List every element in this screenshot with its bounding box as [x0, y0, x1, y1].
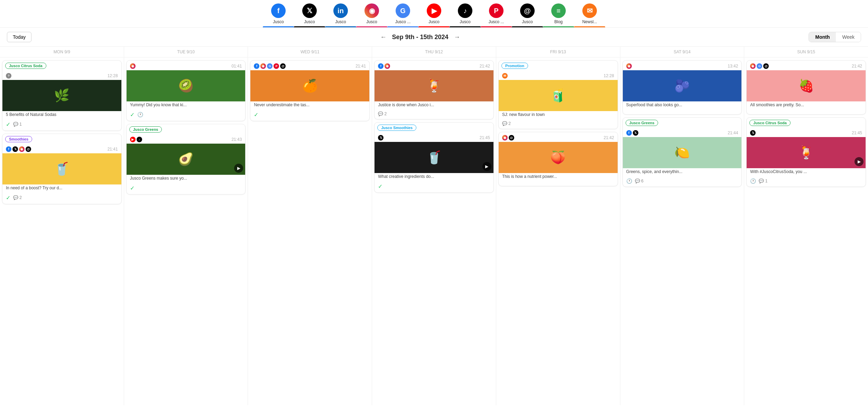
card-image: 🍊: [250, 70, 369, 101]
channel-underline-linkedin: [325, 26, 356, 27]
calendar-card[interactable]: ◉G@ 21:42 🍓 All smoothies are pretty. So…: [746, 60, 866, 115]
card-time: 21:42: [604, 135, 614, 140]
channel-label-google: Jusco ...: [395, 19, 411, 24]
fb-icon: f: [626, 130, 632, 136]
day-content-sun: ◉G@ 21:42 🍓 All smoothies are pretty. So…: [744, 57, 868, 190]
th-icon: @: [509, 135, 514, 141]
card-channels: f◉GP@: [254, 63, 286, 69]
calendar-card[interactable]: ◉ 01:41 🥝 Yummy! Did you know that ki...…: [126, 60, 246, 121]
calendar-card[interactable]: f◉GP@ 21:41 🍊 Never underestimate the ta…: [250, 60, 370, 121]
channel-pinterest[interactable]: P Jusco ...: [481, 3, 512, 27]
calendar-card[interactable]: Smoothies f𝕏◉@ 21:41 🥤 In need of a boos…: [2, 134, 122, 204]
calendar-card[interactable]: ◉@ 21:42 🍑 This is how a nutrient power.…: [498, 132, 618, 186]
channel-underline-twitter: [294, 26, 325, 27]
channel-facebook[interactable]: f Jusco: [263, 3, 294, 27]
pi-icon: P: [274, 63, 279, 69]
month-view-button[interactable]: Month: [809, 32, 836, 42]
card-image: 🥤: [375, 142, 493, 173]
check-icon: ✓: [130, 185, 135, 191]
day-content-wed: f◉GP@ 21:41 🍊 Never underestimate the ta…: [248, 57, 372, 124]
channel-label-linkedin: Jusco: [335, 19, 346, 24]
tw-icon: 𝕏: [750, 130, 756, 136]
fb-icon: f: [378, 63, 384, 69]
calendar-card[interactable]: Jusco Greens f𝕏 21:44 🍋 Greens, spice, a…: [622, 117, 742, 187]
calendar-card[interactable]: Jusco Smoothies 𝕏 21:45 🥤 ▶ What creativ…: [374, 122, 494, 193]
channel-blog[interactable]: ≡ Blog: [543, 3, 574, 27]
channel-underline-google: [387, 26, 418, 27]
card-footer: 🕐💬 1: [747, 177, 866, 187]
day-col-mon: MON 9/9 Jusco Citrus Soda ? 12:28 🌿 5 Be…: [0, 47, 124, 405]
th-icon: @: [26, 146, 31, 152]
card-image: 🧃: [499, 80, 618, 111]
channel-google[interactable]: G Jusco ...: [387, 3, 418, 27]
card-time: 21:44: [728, 130, 738, 135]
card-time: 13:42: [728, 64, 738, 69]
channel-linkedin[interactable]: in Jusco: [325, 3, 356, 27]
tw-icon: 𝕏: [378, 135, 384, 141]
card-channels: 𝕏: [378, 135, 384, 141]
day-col-tue: TUE 9/10 ◉ 01:41 🥝 Yummy! Did you know t…: [124, 47, 248, 405]
card-tag: Jusco Citrus Soda: [5, 63, 46, 69]
card-title: 5 Benefits of Natural Sodas: [2, 111, 121, 120]
check-icon: ✓: [6, 195, 10, 201]
card-title: Jusco Greens makes sure yo...: [127, 175, 246, 183]
channel-label-twitter: Jusco: [304, 19, 315, 24]
card-channels: ◉G@: [750, 63, 769, 69]
calendar-card[interactable]: Jusco Greens ▶♪ 21:43 🥑 ▶ Jusco Greens m…: [126, 124, 246, 195]
calendar-card[interactable]: Promotion ✉ 12:28 🧃 SJ: new flavour in t…: [498, 60, 618, 129]
card-footer: ✓: [127, 183, 246, 194]
channel-icon-blog: ≡: [551, 3, 566, 18]
card-header: ▶♪ 21:43: [127, 134, 246, 144]
channel-newsletter[interactable]: ✉ Newsl...: [574, 3, 605, 27]
card-image: 🥝: [127, 70, 246, 101]
card-title: With #JuscoCitrusSoda, you ...: [747, 168, 866, 177]
card-image: 🥤: [2, 153, 121, 184]
today-button[interactable]: Today: [7, 32, 31, 42]
channel-youtube[interactable]: ▶ Jusco: [418, 3, 450, 27]
channel-label-threads: Jusco: [522, 19, 533, 24]
calendar-card[interactable]: Jusco Citrus Soda 𝕏 21:45 🍹 ▶ With #Jusc…: [746, 117, 866, 187]
channel-icon-newsletter: ✉: [582, 3, 597, 18]
calendar-card[interactable]: ◉ 13:42 🫐 Superfood that also looks go..…: [622, 60, 742, 115]
channel-label-tiktok: Jusco: [460, 19, 470, 24]
comment-icon: 💬 1: [759, 179, 767, 183]
card-channels: ◉: [626, 63, 632, 69]
clock-icon: 🕐: [626, 178, 632, 184]
card-tag: Jusco Greens: [626, 120, 658, 126]
channel-label-newsletter: Newsl...: [582, 19, 597, 24]
card-header: 𝕏 21:45: [375, 132, 493, 142]
channel-icon-linkedin: in: [333, 3, 348, 18]
blog-icon: ?: [6, 73, 11, 79]
card-time: 21:43: [231, 137, 242, 142]
card-image-wrap: 🥤 ▶: [375, 142, 493, 173]
channel-icon-facebook: f: [271, 3, 286, 18]
card-channels: ◉@: [502, 135, 514, 141]
ig-icon: ◉: [130, 63, 136, 69]
card-channels: ✉: [502, 73, 508, 79]
day-header-sun: SUN 9/15: [744, 47, 868, 57]
card-header: f◉ 21:42: [375, 61, 493, 70]
day-header-thu: THU 9/12: [372, 47, 496, 57]
comment-icon: 💬 6: [635, 179, 644, 183]
calendar-card[interactable]: f◉ 21:42 🍹 Justice is done when Jusco i.…: [374, 60, 494, 119]
week-view-button[interactable]: Week: [836, 32, 861, 42]
channel-instagram[interactable]: ◉ Jusco: [356, 3, 387, 27]
calendar-card[interactable]: Jusco Citrus Soda ? 12:28 🌿 5 Benefits o…: [2, 60, 122, 131]
channel-underline-newsletter: [574, 26, 605, 27]
day-content-tue: ◉ 01:41 🥝 Yummy! Did you know that ki...…: [124, 57, 248, 197]
channel-tiktok[interactable]: ♪ Jusco: [450, 3, 481, 27]
card-channels: 𝕏: [750, 130, 756, 136]
comment-icon: 💬 1: [13, 122, 22, 127]
channel-threads[interactable]: @ Jusco: [512, 3, 543, 27]
ig-icon: ◉: [19, 146, 25, 152]
card-header: f◉GP@ 21:41: [250, 61, 369, 70]
card-header: ◉ 01:41: [127, 61, 246, 70]
card-title: In need of a boost? Try our d...: [2, 184, 121, 193]
comment-icon: 💬 2: [502, 121, 511, 126]
next-arrow[interactable]: →: [454, 34, 460, 41]
comment-icon: 💬 2: [13, 195, 22, 200]
card-image: 🍹: [375, 70, 493, 101]
card-tag: Jusco Citrus Soda: [749, 120, 791, 126]
channel-twitter[interactable]: 𝕏 Jusco: [294, 3, 325, 27]
prev-arrow[interactable]: ←: [380, 34, 386, 41]
